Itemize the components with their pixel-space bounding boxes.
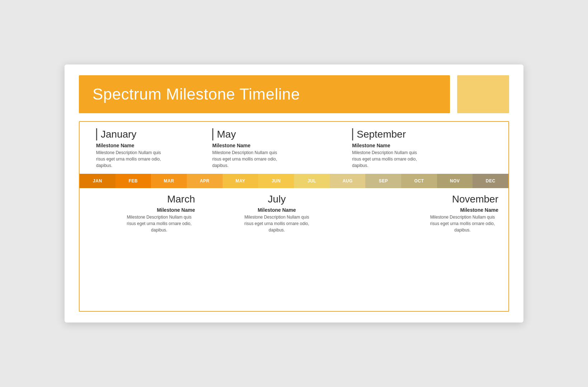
milestone-march: March Milestone Name Milestone Descripti… xyxy=(80,193,205,234)
milestones-top: January Milestone Name Milestone Descrip… xyxy=(80,122,508,174)
bar-segment-jun: JUN xyxy=(258,174,294,188)
name-november: Milestone Name xyxy=(460,207,498,213)
month-july: July xyxy=(268,193,286,205)
bar-segment-jul: JUL xyxy=(294,174,330,188)
month-november: November xyxy=(452,193,498,205)
name-september: Milestone Name xyxy=(352,143,390,148)
milestones-bottom: March Milestone Name Milestone Descripti… xyxy=(80,188,508,234)
header-area: Spectrum Milestone Timeline xyxy=(65,64,523,113)
timeline-bar: JANFEBMARAPRMAYJUNJULAUGSEPOCTNOVDEC xyxy=(80,174,508,188)
header-accent-box xyxy=(457,75,509,113)
bar-segment-feb: FEB xyxy=(115,174,151,188)
name-july: Milestone Name xyxy=(258,207,296,213)
bar-segment-oct: OCT xyxy=(401,174,437,188)
name-may: Milestone Name xyxy=(212,143,251,148)
timeline-container: January Milestone Name Milestone Descrip… xyxy=(79,121,509,312)
bar-segment-aug: AUG xyxy=(330,174,366,188)
desc-may: Milestone Description Nullam quis risus … xyxy=(212,149,284,169)
milestone-november: November Milestone Name Milestone Descri… xyxy=(345,193,508,234)
milestone-july: July Milestone Name Milestone Descriptio… xyxy=(205,193,345,234)
month-may: May xyxy=(212,128,236,140)
desc-july: Milestone Description Nullam quis risus … xyxy=(241,214,313,233)
month-march: March xyxy=(167,193,195,205)
bar-segment-apr: APR xyxy=(187,174,223,188)
bar-segment-jan: JAN xyxy=(80,174,115,188)
desc-january: Milestone Description Nullam quis risus … xyxy=(96,149,168,169)
milestone-september: September Milestone Name Milestone Descr… xyxy=(345,128,508,169)
bar-segment-sep: SEP xyxy=(365,174,401,188)
name-march: Milestone Name xyxy=(157,207,195,213)
bar-segment-may: MAY xyxy=(223,174,259,188)
desc-march: Milestone Description Nullam quis risus … xyxy=(123,214,195,233)
milestone-january: January Milestone Name Milestone Descrip… xyxy=(80,128,205,169)
desc-november: Milestone Description Nullam quis risus … xyxy=(427,214,498,233)
milestone-may: May Milestone Name Milestone Description… xyxy=(205,128,345,169)
month-january: January xyxy=(96,128,137,140)
slide-title: Spectrum Milestone Timeline xyxy=(93,85,436,103)
slide: Spectrum Milestone Timeline January Mile… xyxy=(65,64,523,322)
month-september: September xyxy=(352,128,406,140)
header-title-box: Spectrum Milestone Timeline xyxy=(79,75,450,113)
bar-segment-dec: DEC xyxy=(473,174,508,188)
name-january: Milestone Name xyxy=(96,143,134,148)
bar-segment-nov: NOV xyxy=(437,174,473,188)
desc-september: Milestone Description Nullam quis risus … xyxy=(352,149,424,169)
bar-segment-mar: MAR xyxy=(151,174,187,188)
